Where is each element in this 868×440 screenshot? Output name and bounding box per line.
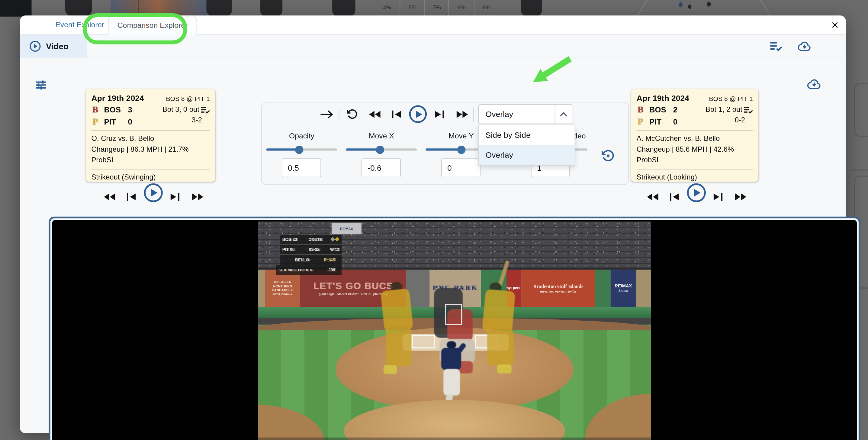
previous-frame-button[interactable] <box>127 193 136 203</box>
backdrop-dark-corner <box>0 0 31 17</box>
previous-frame-button[interactable] <box>670 193 679 203</box>
divider <box>473 108 474 122</box>
event-date: Apr 19th 2024 <box>91 94 144 102</box>
team-score: 0 <box>128 118 132 126</box>
scorebug-pitches: P:145 <box>324 257 342 262</box>
backdrop-percent-label: 7% <box>433 4 441 10</box>
rewind-button[interactable] <box>647 193 659 203</box>
scorebug-home: PIT 00 <box>280 247 307 252</box>
playlist-check-icon[interactable] <box>744 106 753 114</box>
cloud-download-icon[interactable] <box>798 41 811 51</box>
scorebug-outs: 2 OUTS <box>307 237 328 241</box>
pitch-count: 3-2 <box>162 115 210 126</box>
backdrop-dot <box>679 2 683 7</box>
previous-frame-button[interactable] <box>392 110 401 121</box>
opacity-input[interactable] <box>282 158 321 177</box>
move-y-input[interactable] <box>441 158 480 177</box>
slider-thumb[interactable] <box>295 145 303 153</box>
scorebug-pitcher: BELLO <box>280 257 324 262</box>
view-mode-value: Overlay <box>479 110 555 118</box>
wall-green <box>595 270 610 307</box>
event-date: Apr 19th 2024 <box>637 94 689 102</box>
comparison-explorer-modal: Event Explorer Comparison Explorer × Vid… <box>20 16 846 433</box>
chevron-up-icon[interactable] <box>555 105 572 123</box>
playlist-check-icon[interactable] <box>770 41 782 51</box>
pitch-count: 0-2 <box>706 115 753 126</box>
ghost-remax-sign: RE/MAX <box>332 223 362 234</box>
matchup: A. McCutchen vs. B. Bello <box>637 133 753 144</box>
team-abbr: PIT <box>649 118 668 126</box>
backdrop-percent-label: 6% <box>457 4 465 10</box>
event-card-left[interactable]: Apr 19th 2024 BOS 8 @ PIT 1 BBOS3 PPIT0 … <box>86 89 215 182</box>
ghost-ad-band <box>258 438 651 440</box>
view-mode-select[interactable]: Overlay <box>478 104 572 124</box>
team-abbr: PIT <box>104 118 123 126</box>
scorebug-count: 03-22 <box>307 247 328 252</box>
scorebug-batter: 51 A.MCCUTCHEN <box>276 268 328 272</box>
ad-bradenton: Bradenton Gulf Islands REAL. AUTHENTIC. … <box>522 270 595 307</box>
play-circle-icon <box>29 40 41 52</box>
move-x-label: Move X <box>346 132 417 140</box>
team-abbr: BOS <box>104 105 123 114</box>
batter-ghost-left <box>380 282 415 375</box>
cloud-download-icon[interactable] <box>807 79 822 92</box>
backdrop-card-outline <box>854 83 868 137</box>
menu-item-overlay[interactable]: Overlay <box>479 145 575 165</box>
pitcher <box>436 341 468 407</box>
opacity-slider[interactable] <box>267 148 337 150</box>
ad-northern-panhandle: DISCOVER NORTHERN PANHANDLE WEST VIRGINI… <box>265 270 300 307</box>
menu-item-side-by-side[interactable]: Side by Side <box>479 125 575 145</box>
close-icon[interactable]: × <box>831 17 839 33</box>
result: Strikeout (Swinging) <box>91 171 210 182</box>
backdrop-chart-shape <box>332 0 355 18</box>
fast-forward-button[interactable] <box>735 193 747 203</box>
inning-state: Bot 1, 2 out <box>706 105 742 115</box>
screen: 4% 5% 7% 6% 6% Event Explorer Comparison… <box>0 0 868 440</box>
ad-remax: RE/MAX Select <box>611 270 636 307</box>
tab-comparison-explorer[interactable]: Comparison Explorer <box>108 16 197 35</box>
backdrop-dot <box>688 4 691 9</box>
rewind-button[interactable] <box>369 110 381 121</box>
fast-forward-button[interactable] <box>191 193 204 203</box>
backdrop-chart-shape <box>521 0 542 18</box>
bos-logo: B <box>637 105 645 115</box>
next-frame-button[interactable] <box>714 193 723 203</box>
slider-thumb[interactable] <box>376 145 384 153</box>
backdrop-dot <box>707 1 711 6</box>
reset-icon[interactable] <box>346 109 358 122</box>
pitch-info: Changeup | 85.6 MPH | 42.6% ProbSL <box>637 144 753 165</box>
team-abbr: BOS <box>649 105 668 114</box>
move-x-slider[interactable] <box>346 148 417 150</box>
restore-history-icon[interactable] <box>601 149 615 165</box>
video-player[interactable]: RE/MAX DISCOVER NORTHERN PANHANDLE WEST … <box>49 217 860 440</box>
video-section-chip[interactable]: Video <box>20 35 87 57</box>
slider-thumb[interactable] <box>457 145 465 153</box>
matchup: O. Cruz vs. B. Bello <box>91 133 210 144</box>
pitch-info: Changeup | 86.3 MPH | 21.7% ProbSL <box>91 144 210 165</box>
backdrop-gridline <box>424 0 425 16</box>
video-section-header: Video <box>20 35 846 58</box>
team-score: 3 <box>128 105 132 114</box>
scorebug-wins: W 13 <box>328 247 342 252</box>
play-button[interactable] <box>409 105 427 123</box>
backdrop-gridline <box>400 0 400 16</box>
move-x-input[interactable] <box>362 158 401 177</box>
arrow-right-icon[interactable] <box>320 110 333 121</box>
playlist-check-icon[interactable] <box>201 106 210 114</box>
team-lines: BBOS3 PPIT0 <box>91 105 132 127</box>
event-card-right[interactable]: Apr 19th 2024 BOS 8 @ PIT 1 BBOS2 PPIT0 … <box>631 89 759 182</box>
batter-ghost-right <box>483 260 518 375</box>
fast-forward-button[interactable] <box>456 110 468 121</box>
play-button[interactable] <box>144 183 163 202</box>
rewind-button[interactable] <box>103 193 116 203</box>
bos-logo: B <box>91 105 99 115</box>
result: Strikeout (Looking) <box>637 171 753 182</box>
play-button[interactable] <box>687 183 706 202</box>
backdrop-percent-label: 5% <box>409 4 416 10</box>
next-frame-button[interactable] <box>170 193 180 203</box>
view-mode-menu: Side by Side Overlay <box>478 124 575 166</box>
backdrop-percent-label: 4% <box>383 4 391 10</box>
next-frame-button[interactable] <box>435 110 444 121</box>
tab-event-explorer[interactable]: Event Explorer <box>55 16 104 34</box>
tune-icon[interactable] <box>36 80 46 92</box>
